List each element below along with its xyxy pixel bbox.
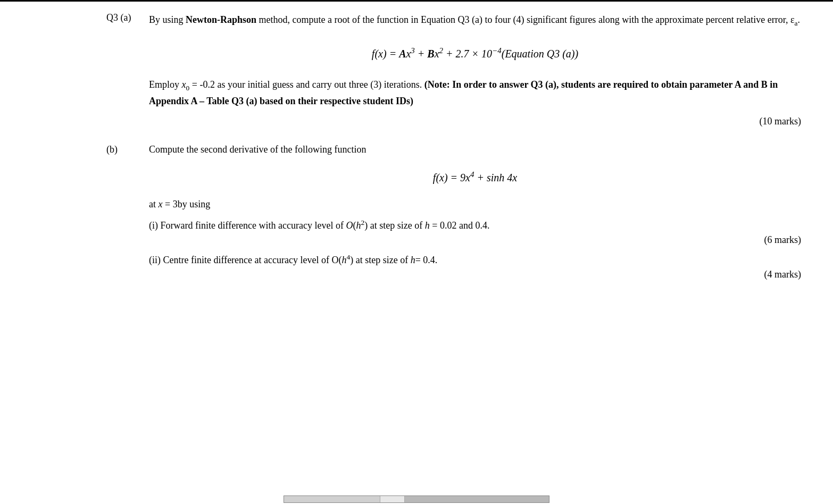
question-3a-block: Q3 (a) By using Newton-Raphson method, c… (106, 12, 801, 135)
formula-x3-exp: 3 (411, 46, 415, 55)
q3a-intro-rest: method, compute a root of the function i… (256, 14, 795, 25)
q3b-formula-parens: (x) (436, 172, 447, 183)
page: Q3 (a) By using Newton-Raphson method, c… (0, 0, 833, 504)
employ-rest: = -0.2 as your initial guess and carry o… (189, 79, 424, 90)
q3b-formula: f(x) = 9x4 + sinh 4x (149, 170, 801, 184)
q3b-sub-i-para: (i) Forward finite difference with accur… (149, 219, 801, 231)
q3b-intro-text: Compute the second derivative of the fol… (149, 144, 366, 155)
formula-equals: = (387, 48, 399, 60)
question-3b-block: (b) Compute the second derivative of the… (106, 144, 801, 285)
sub-i-at-step: at step size of (370, 220, 425, 231)
q3a-intro-paragraph: By using Newton-Raphson method, compute … (149, 12, 801, 29)
formula-A-var: A (399, 48, 406, 60)
bottom-bar-segment1 (284, 496, 380, 502)
q3a-method-bold: Newton-Raphson (186, 14, 256, 25)
formula-eq-label: (Equation Q3 (a)) (502, 48, 578, 60)
employ-text: Employ (149, 79, 182, 90)
formula-paren-open: (x) (374, 48, 386, 60)
sub-i-rest2: = 0.02 and 0.4. (430, 220, 490, 231)
bottom-bar (0, 494, 833, 504)
q3b-marks-i: (6 marks) (149, 234, 801, 246)
formula-rest: + 2.7 × 10 (443, 48, 492, 60)
q3b-content: Compute the second derivative of the fol… (149, 144, 801, 285)
formula-B-var: B (427, 48, 434, 60)
q3b-intro: Compute the second derivative of the fol… (149, 144, 801, 155)
sub-i-text: Forward finite difference with accuracy … (161, 220, 346, 231)
q3a-formula: f(x) = Ax3 + Bx2 + 2.7 × 10−4(Equation Q… (149, 44, 801, 62)
q3b-label-text: (b) (106, 144, 118, 155)
sub-i-label: (i) (149, 220, 158, 231)
sub-ii-label: (ii) (149, 255, 161, 265)
sub-ii-text: Centre finite difference at accuracy lev… (163, 255, 342, 265)
bottom-bar-segment2 (380, 496, 405, 502)
q3a-intro-text: By using (149, 14, 186, 25)
q3b-marks-i-text: (6 marks) (764, 234, 801, 245)
content-area: Q3 (a) By using Newton-Raphson method, c… (0, 2, 833, 296)
x-italic: x (159, 199, 163, 209)
q3b-marks-ii: (4 marks) (149, 269, 801, 280)
bottom-bar-segment3 (405, 496, 549, 502)
q3b-at-x: at x = 3by using (149, 199, 801, 210)
q3a-label: Q3 (a) (106, 12, 149, 135)
at-x-rest: = 3by using (163, 199, 211, 209)
at-text: at (149, 199, 159, 209)
q3b-marks-ii-text: (4 marks) (764, 269, 801, 280)
formula-x2: x (435, 48, 439, 60)
q3a-marks: (10 marks) (149, 114, 801, 129)
x0-italic: x (182, 79, 186, 90)
bottom-bar-inner (284, 495, 549, 503)
q3b-label: (b) (106, 144, 149, 285)
q3b-sub-i-block: (i) Forward finite difference with accur… (149, 219, 801, 246)
q3a-label-text: Q3 (a) (106, 12, 131, 23)
q3a-employ-paragraph: Employ x0 = -0.2 as your initial guess a… (149, 77, 801, 110)
q3a-content: By using Newton-Raphson method, compute … (149, 12, 801, 135)
q3a-marks-text: (10 marks) (760, 116, 801, 127)
q3a-epsilon-period: . (798, 14, 801, 25)
q3b-formula-eq: = 9x (448, 172, 470, 183)
Oh2-O: O (346, 220, 353, 231)
formula-x2-exp: 2 (439, 46, 444, 55)
Oh2-exp: 2 (361, 219, 365, 226)
sub-ii-rest: ) at step size of (350, 255, 410, 265)
Oh2-h: h (356, 220, 361, 231)
formula-neg4-exp: −4 (492, 46, 502, 55)
q3b-formula-rest: + sinh 4x (474, 172, 517, 183)
h-italic-ii: h (411, 255, 415, 265)
sub-ii-rest2: = 0.4. (415, 255, 438, 265)
h-italic-i: h (425, 220, 430, 231)
formula-plus1: + (415, 48, 428, 60)
q3b-sub-ii-block: (ii) Centre finite difference at accurac… (149, 253, 801, 280)
q3b-sub-ii-para: (ii) Centre finite difference at accurac… (149, 253, 801, 266)
